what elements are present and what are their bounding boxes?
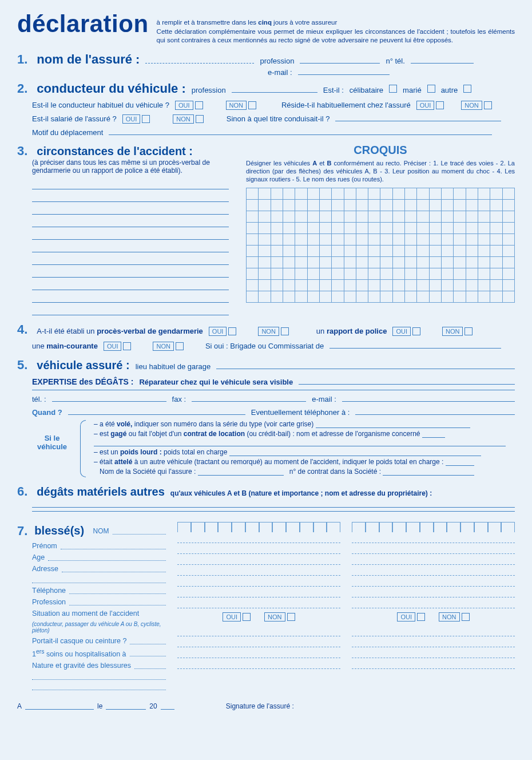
s5-pl-field[interactable] xyxy=(229,449,481,456)
footer-date-field[interactable] xyxy=(106,703,146,710)
s5-side2: véhicule xyxy=(32,442,72,451)
s1-profession-field[interactable] xyxy=(300,57,380,64)
s7-num: 7. xyxy=(17,524,27,539)
s7-col-1[interactable]: OUI NON xyxy=(177,522,340,692)
s5-tel-label: tél. : xyxy=(32,395,46,403)
s1-title: nom de l'assuré : xyxy=(37,52,140,67)
s5-attele-field[interactable] xyxy=(446,459,474,466)
s5-event-field[interactable] xyxy=(355,408,515,415)
s7-nom-label: NOM xyxy=(93,527,109,535)
s7-adresse-label: Adresse xyxy=(32,565,58,573)
sub1-bold: cinq xyxy=(258,19,272,26)
s2-q1-label: Est-il le conducteur habituel du véhicul… xyxy=(32,101,169,109)
s5-expertise-label: EXPERTISE des DÉGÂTS : xyxy=(32,377,133,386)
s3-note: (à préciser dans tous les cas même si un… xyxy=(17,159,229,175)
section-1: 1. nom de l'assuré : profession n° tél. … xyxy=(17,52,515,77)
s2-q3-oui[interactable]: OUI xyxy=(122,114,150,124)
s2-q1-non[interactable]: NON xyxy=(226,101,256,110)
s3-text-lines[interactable] xyxy=(17,179,229,315)
s5-num: 5. xyxy=(17,358,27,373)
s7-c1-casque-oui[interactable]: OUI xyxy=(223,612,251,622)
s5-repar-label: Réparateur chez qui le véhicule sera vis… xyxy=(139,378,293,386)
s5-vole-field[interactable] xyxy=(316,421,470,428)
s5-quand-label: Quand ? xyxy=(32,408,62,417)
s5-title: véhicule assuré : xyxy=(37,359,129,372)
s2-q3-non[interactable]: NON xyxy=(173,114,203,124)
s7-age-label: Age xyxy=(32,553,45,561)
s2-celibataire-label: célibataire xyxy=(350,86,383,94)
s5-quand-field[interactable] xyxy=(68,408,245,415)
s7-situation-note: (conducteur, passager du véhicule A ou B… xyxy=(17,619,166,635)
footer-year-field[interactable] xyxy=(161,703,174,710)
s2-profession-field[interactable] xyxy=(232,86,317,93)
croquis-grid[interactable] xyxy=(246,188,515,303)
section-5: 5. véhicule assuré : lieu habituel de ga… xyxy=(17,358,515,477)
s5-contrat-field[interactable] xyxy=(383,469,474,476)
s4-rp-oui[interactable]: OUI xyxy=(392,327,420,336)
s2-autre-checkbox[interactable] xyxy=(463,85,471,93)
s1-tel-label: n° tél. xyxy=(386,57,404,65)
section-6: 6. dégâts matériels autres qu'aux véhicu… xyxy=(17,484,515,512)
s2-title: conducteur du véhicule : xyxy=(37,81,185,96)
footer-le-label: le xyxy=(97,702,102,710)
s2-q5-field[interactable] xyxy=(109,128,492,135)
s4-num: 4. xyxy=(17,322,27,337)
s2-estil-label: Est-il : xyxy=(323,86,344,94)
s5-societe-field[interactable] xyxy=(198,469,284,476)
section-2: 2. conducteur du véhicule : profession E… xyxy=(17,81,515,137)
s4-pv-non[interactable]: NON xyxy=(258,327,288,336)
croquis-text: Désigner les véhicules A et B conforméme… xyxy=(246,159,515,184)
s7-c2-casque-oui[interactable]: OUI xyxy=(397,612,425,622)
s2-q3-label: Est-il salarié de l'assuré ? xyxy=(32,114,117,123)
s2-marie-label: marié xyxy=(403,86,422,94)
s5-gage-line2[interactable] xyxy=(94,440,515,446)
s3-title: circonstances de l'accident : xyxy=(37,145,193,158)
s5-fax-field[interactable] xyxy=(192,395,306,402)
s5-event-label: Eventuellement téléphoner à : xyxy=(251,408,350,417)
s7-telephone-label: Téléphone xyxy=(32,587,66,595)
s7-c2-casque-non[interactable]: NON xyxy=(439,612,469,622)
s5-tel-field[interactable] xyxy=(52,395,166,402)
s7-casque-label: Portait-il casque ou ceinture ? xyxy=(32,637,126,645)
s3-num: 3. xyxy=(17,144,27,159)
s6-field-1[interactable] xyxy=(32,507,515,508)
s5-side1: Si le xyxy=(32,434,72,442)
s6-note: qu'aux véhicules A et B (nature et impor… xyxy=(170,489,432,497)
s2-celibataire-checkbox[interactable] xyxy=(389,85,397,93)
header-subtitle: à remplir et à transmettre dans les cinq… xyxy=(157,10,515,45)
s4-sioui-field[interactable] xyxy=(329,342,501,349)
s4-q1-bold: procès-verbal de gendarmerie xyxy=(97,327,203,335)
s1-email-field[interactable] xyxy=(298,68,390,75)
footer-place-field[interactable] xyxy=(25,703,94,710)
s5-lieu-field[interactable] xyxy=(216,362,515,369)
s5-email-field[interactable] xyxy=(342,395,515,402)
s7-prenom-label: Prénom xyxy=(32,542,57,550)
s2-num: 2. xyxy=(17,81,27,96)
s1-name-field[interactable] xyxy=(145,57,254,64)
s7-title: blessé(s) xyxy=(34,524,84,537)
s4-rapport-bold: rapport de police xyxy=(327,327,387,335)
s2-q2-non[interactable]: NON xyxy=(461,101,491,110)
s7-c1-casque-non[interactable]: NON xyxy=(264,612,295,622)
s2-q1-oui[interactable]: OUI xyxy=(175,101,203,110)
s1-tel-field[interactable] xyxy=(411,57,474,64)
s4-mc-non[interactable]: NON xyxy=(153,342,183,351)
s5-repar-field[interactable] xyxy=(299,378,515,385)
s5-gage-field[interactable] xyxy=(422,431,445,438)
s2-q4-field[interactable] xyxy=(335,114,501,121)
s5-email-label: e-mail : xyxy=(312,395,336,403)
s4-q1-pre: A-t-il été établi un xyxy=(37,327,97,335)
s2-q2-oui[interactable]: OUI xyxy=(416,101,444,110)
s4-pv-oui[interactable]: OUI xyxy=(209,327,237,336)
s2-q2-label: Réside-t-il habituellement chez l'assuré xyxy=(281,101,411,109)
sub2: Cette déclaration complémentaire vous pe… xyxy=(157,27,515,45)
footer-signature-label: Signature de l'assuré : xyxy=(226,702,294,710)
s2-q4-label: Sinon à quel titre conduisait-il ? xyxy=(227,114,330,123)
s6-num: 6. xyxy=(17,484,27,499)
s6-field-2[interactable] xyxy=(32,511,515,512)
s4-mc-oui[interactable]: OUI xyxy=(104,342,132,351)
s7-col-2[interactable]: OUI NON xyxy=(352,522,515,692)
s2-marie-checkbox[interactable] xyxy=(427,85,435,93)
s4-rp-non[interactable]: NON xyxy=(442,327,473,336)
footer-y20-label: 20 xyxy=(149,702,157,710)
